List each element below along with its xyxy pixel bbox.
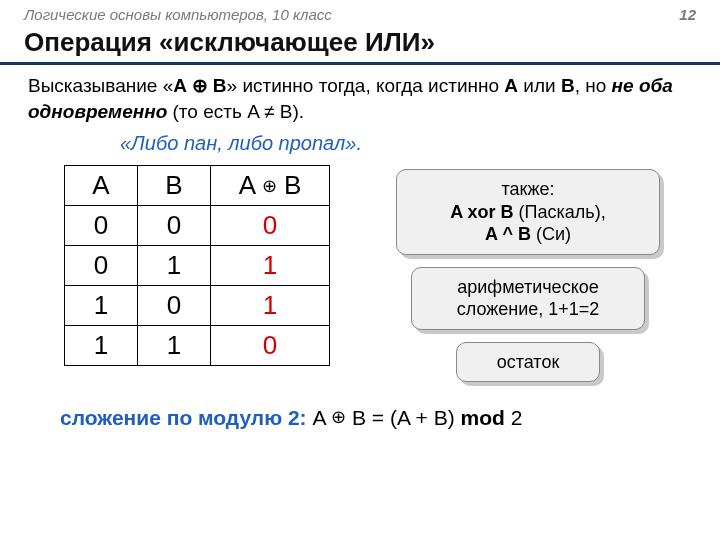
table-row: 0 0 0 <box>65 206 330 246</box>
truth-table: A B A ⊕ B 0 0 0 0 1 1 1 0 1 1 1 0 <box>64 165 330 366</box>
note-mod: остаток <box>456 342 600 383</box>
description: Высказывание «A ⊕ B» истинно тогда, когд… <box>0 65 720 126</box>
note-bubbles: также: A xor B (Паскаль), A ^ B (Си) ари… <box>360 165 696 382</box>
col-b: B <box>138 166 211 206</box>
page-number-value: 12 <box>679 6 696 23</box>
table-row: 1 1 0 <box>65 326 330 366</box>
page-number: 12 <box>679 6 696 23</box>
table-row: 0 1 1 <box>65 246 330 286</box>
col-a: A <box>65 166 138 206</box>
table-row: 1 0 1 <box>65 286 330 326</box>
page-title: Операция «исключающее ИЛИ» <box>0 25 720 65</box>
note-arith: арифметическое сложение, 1+1=2 <box>411 267 645 330</box>
quote: «Либо пан, либо пропал». <box>0 126 720 165</box>
footer-formula: сложение по модулю 2: A ⊕ B = (A + B) mo… <box>0 382 720 430</box>
footer-label: сложение по модулю 2: <box>60 406 307 429</box>
note-aliases: также: A xor B (Паскаль), A ^ B (Си) <box>396 169 660 255</box>
course-label: Логические основы компьютеров, 10 класс <box>24 6 332 23</box>
col-ab: A ⊕ B <box>211 166 330 206</box>
